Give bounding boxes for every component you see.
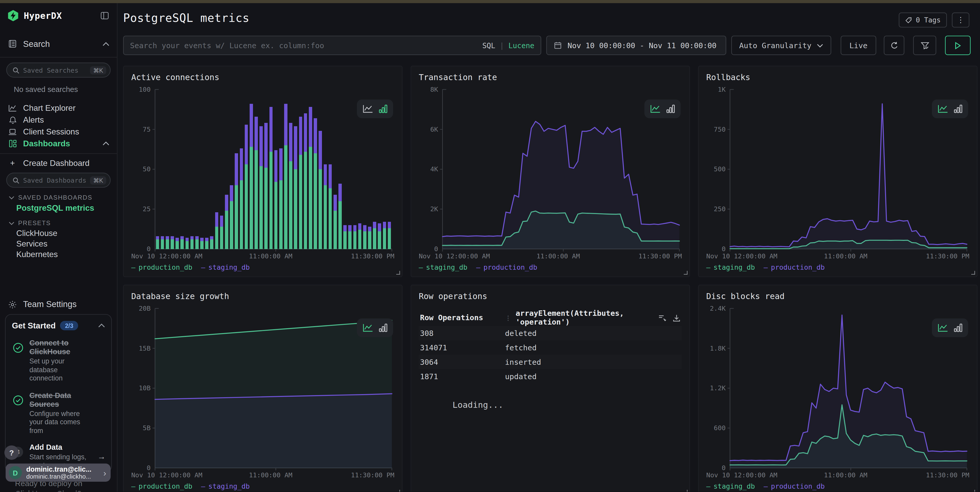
sidebar-item-kubernetes[interactable]: Kubernetes	[0, 249, 117, 260]
table-row[interactable]: 1871updated	[419, 369, 682, 383]
get-started-step-1[interactable]: Connect to ClickHouse Set up your databa…	[12, 339, 105, 383]
chevron-up-icon[interactable]	[102, 141, 110, 146]
live-label: Live	[850, 41, 867, 50]
saved-dashboards-input[interactable]	[23, 176, 86, 184]
legend-item[interactable]: —production_db	[764, 263, 824, 271]
sidebar-item-clickhouse[interactable]: ClickHouse	[0, 228, 117, 238]
sidebar-item-chart-explorer[interactable]: Chart Explorer	[0, 102, 117, 114]
svg-text:1.2K: 1.2K	[710, 384, 726, 392]
panel-title: Database size growth	[131, 292, 394, 301]
sidebar-item-client-sessions[interactable]: Client Sessions	[0, 126, 117, 137]
legend: —staging_db —production_db	[706, 260, 969, 274]
bar-chart-icon[interactable]	[379, 324, 388, 332]
table-row[interactable]: 308deleted	[419, 326, 682, 340]
resize-handle[interactable]	[971, 271, 975, 275]
legend-item[interactable]: —production_db	[131, 263, 192, 271]
saved-searches-search[interactable]: ⌘K	[6, 62, 111, 78]
column-header[interactable]: arrayElement(Attributes, 'operation')	[516, 309, 658, 327]
resize-handle[interactable]	[396, 490, 400, 492]
sql-mode-toggle[interactable]: SQL	[482, 41, 495, 50]
panel-title: Transaction rate	[419, 73, 682, 82]
time-range-value: Nov 10 00:00:00 - Nov 11 00:00:00	[568, 41, 716, 50]
sidebar-item-alerts[interactable]: Alerts	[0, 114, 117, 126]
saved-searches-input[interactable]	[23, 66, 86, 73]
chevron-up-icon[interactable]	[98, 324, 105, 328]
lucene-mode-toggle[interactable]: Lucene	[509, 41, 535, 50]
user-menu[interactable]: D dominic.tran@clic... dominic.tran@clic…	[6, 464, 111, 482]
tags-button[interactable]: 0 Tags	[899, 13, 947, 27]
column-header[interactable]: Row Operations	[419, 313, 505, 322]
chevron-down-icon	[817, 43, 823, 47]
download-icon[interactable]	[673, 314, 681, 322]
chart-line-icon	[8, 104, 18, 112]
table-row[interactable]: 3064inserted	[419, 355, 682, 369]
chevron-up-icon[interactable]	[102, 42, 110, 46]
resize-handle[interactable]	[971, 490, 975, 492]
more-options-button[interactable]: ⋮	[952, 13, 969, 27]
x-tick: 11:30:00 PM	[926, 252, 969, 260]
sidebar-item-team-settings[interactable]: Team Settings	[0, 298, 117, 310]
live-button[interactable]: Live	[840, 35, 876, 55]
cell-value: 308	[419, 329, 505, 337]
line-chart-icon[interactable]	[937, 105, 948, 113]
avatar: D	[9, 466, 22, 479]
legend-item[interactable]: —staging_db	[706, 482, 755, 490]
line-chart-icon[interactable]	[650, 105, 660, 113]
event-search-input[interactable]	[130, 41, 477, 50]
legend-item[interactable]: —staging_db	[706, 263, 755, 271]
refresh-button[interactable]	[884, 35, 904, 55]
saved-dashboards-section[interactable]: SAVED DASHBOARDS	[9, 194, 117, 201]
search-icon	[13, 67, 19, 73]
sidebar-item-dashboards[interactable]: Dashboards	[0, 137, 117, 149]
column-resize-handle[interactable]: ⋮	[505, 314, 511, 321]
user-email: dominic.tran@clickho...	[26, 473, 91, 480]
legend-item[interactable]: —production_db	[764, 482, 824, 490]
line-chart-icon[interactable]	[363, 324, 373, 332]
svg-text:75: 75	[143, 125, 151, 133]
saved-dashboards-search[interactable]: ⌘K	[6, 173, 111, 187]
legend-item[interactable]: —production_db	[131, 482, 192, 490]
line-chart-icon[interactable]	[363, 105, 373, 113]
help-button[interactable]: ?	[5, 446, 19, 460]
granularity-select[interactable]: Auto Granularity	[731, 35, 831, 55]
table-header-row: Row Operations ⋮ arrayElement(Attributes…	[419, 310, 682, 326]
legend-item[interactable]: —production_db	[476, 263, 537, 271]
time-range-picker[interactable]: Nov 10 00:00:00 - Nov 11 00:00:00	[546, 35, 726, 55]
filter-button[interactable]	[913, 35, 936, 55]
table-row[interactable]: 314071fetched	[419, 340, 682, 355]
svg-text:600: 600	[714, 424, 726, 432]
cell-value: 1871	[419, 372, 505, 381]
resize-handle[interactable]	[396, 271, 400, 275]
get-started-title: Get Started	[12, 321, 56, 330]
resize-handle[interactable]	[684, 490, 688, 492]
bar-chart-icon[interactable]	[954, 105, 963, 113]
resize-handle[interactable]	[684, 271, 688, 275]
create-dashboard-button[interactable]: + Create Dashboard	[0, 157, 117, 169]
section-label: SAVED DASHBOARDS	[18, 194, 92, 201]
bell-icon	[8, 115, 18, 124]
event-search-box[interactable]: SQL | Lucene	[123, 35, 541, 55]
bar-chart-icon[interactable]	[379, 105, 388, 113]
legend-swatch: —	[764, 482, 768, 490]
svg-text:20B: 20B	[139, 305, 151, 312]
svg-text:50: 50	[143, 165, 151, 173]
legend-item[interactable]: —staging_db	[201, 482, 250, 490]
ready-line-2: ClickHouse Cloud?	[15, 489, 112, 492]
sidebar-collapse-icon[interactable]	[100, 11, 110, 20]
sidebar-item-postgresql-metrics[interactable]: PostgreSQL metrics	[0, 203, 117, 213]
sidebar-item-search[interactable]: Search	[0, 35, 117, 53]
bar-chart-icon[interactable]	[954, 324, 963, 332]
legend-item[interactable]: —staging_db	[201, 263, 250, 271]
bar-chart-icon[interactable]	[666, 105, 675, 113]
legend: —staging_db —production_db	[706, 479, 969, 492]
x-tick: 11:30:00 PM	[351, 471, 395, 479]
legend-item[interactable]: —staging_db	[419, 263, 467, 271]
granularity-value: Auto Granularity	[739, 41, 811, 50]
line-chart-icon[interactable]	[937, 324, 948, 332]
filter-rows-icon[interactable]	[658, 314, 666, 322]
legend-swatch: —	[419, 263, 423, 271]
sidebar-item-services[interactable]: Services	[0, 238, 117, 249]
get-started-step-2[interactable]: Create Data Sources Configure where your…	[12, 391, 105, 435]
presets-section[interactable]: PRESETS	[9, 219, 117, 227]
run-query-button[interactable]	[945, 35, 971, 55]
